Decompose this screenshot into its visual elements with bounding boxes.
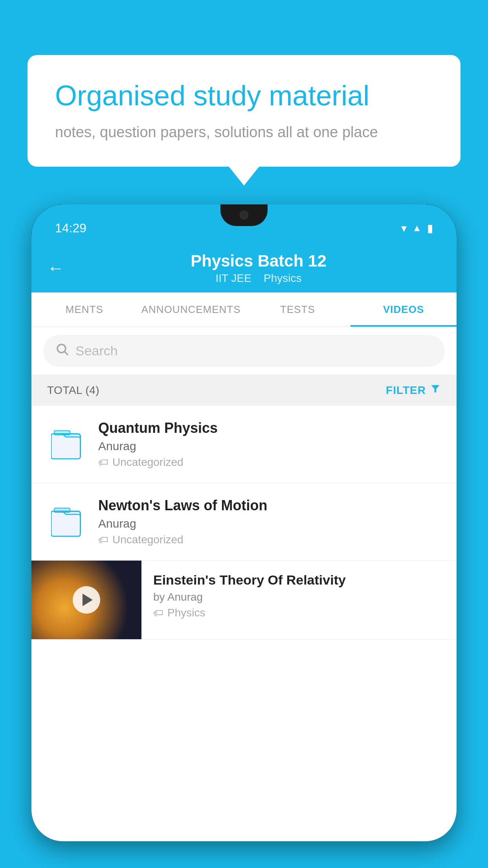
svg-rect-9 xyxy=(54,508,70,513)
header-subtitle: IIT JEE Physics xyxy=(76,272,441,285)
subtitle-tag2: Physics xyxy=(264,272,301,284)
status-icons xyxy=(401,222,433,235)
status-time: 14:29 xyxy=(55,221,86,235)
video-title: Newton's Laws of Motion xyxy=(98,497,441,514)
folder-icon xyxy=(51,427,83,462)
folder-icon-container xyxy=(47,423,86,466)
video-thumbnail xyxy=(31,561,141,639)
video-title: Quantum Physics xyxy=(98,420,441,436)
list-item[interactable]: Quantum Physics Anurag 🏷 Uncategorized xyxy=(31,406,457,483)
speech-bubble-subtext: notes, question papers, solutions all at… xyxy=(55,122,433,143)
search-icon xyxy=(55,342,69,360)
app-header: ← Physics Batch 12 IIT JEE Physics xyxy=(31,244,457,292)
tab-announcements[interactable]: ANNOUNCEMENTS xyxy=(138,292,245,327)
video-info: Einstein's Theory Of Relativity by Anura… xyxy=(141,561,457,631)
tag-icon: 🏷 xyxy=(98,456,108,469)
folder-icon xyxy=(51,504,83,539)
tag-label: Uncategorized xyxy=(112,456,183,469)
screen-content: ← Physics Batch 12 IIT JEE Physics MENTS… xyxy=(31,244,457,841)
video-title: Einstein's Theory Of Relativity xyxy=(153,572,445,588)
tag-icon: 🏷 xyxy=(98,534,108,546)
filter-icon xyxy=(430,383,441,397)
list-item[interactable]: Newton's Laws of Motion Anurag 🏷 Uncateg… xyxy=(31,483,457,561)
svg-point-0 xyxy=(57,344,66,353)
speech-bubble-heading: Organised study material xyxy=(55,79,433,112)
video-tag-row: 🏷 Uncategorized xyxy=(98,456,441,469)
video-list: Quantum Physics Anurag 🏷 Uncategorized xyxy=(31,406,457,640)
speech-bubble-container: Organised study material notes, question… xyxy=(28,55,460,167)
header-title: Physics Batch 12 xyxy=(76,252,441,270)
total-count-label: TOTAL (4) xyxy=(47,384,99,397)
list-item[interactable]: Einstein's Theory Of Relativity by Anura… xyxy=(31,561,457,640)
tabs-bar: MENTS ANNOUNCEMENTS TESTS VIDEOS xyxy=(31,292,457,327)
subtitle-tag1: IIT JEE xyxy=(216,272,251,284)
folder-icon-container xyxy=(47,500,86,543)
signal-icon xyxy=(412,223,422,234)
video-info: Quantum Physics Anurag 🏷 Uncategorized xyxy=(98,420,441,469)
search-input-wrap[interactable]: Search xyxy=(43,335,445,367)
tag-icon: 🏷 xyxy=(153,607,163,619)
header-title-group: Physics Batch 12 IIT JEE Physics xyxy=(76,252,441,285)
phone-frame: 14:29 ← Physics Batch 12 IIT JEE xyxy=(31,204,457,841)
filter-label: FILTER xyxy=(386,384,426,397)
play-icon xyxy=(83,594,93,606)
svg-rect-5 xyxy=(54,431,70,435)
video-author: Anurag xyxy=(98,517,441,530)
filter-bar: TOTAL (4) FILTER xyxy=(31,375,457,406)
back-button[interactable]: ← xyxy=(47,258,64,278)
svg-marker-2 xyxy=(431,385,440,393)
tag-label: Uncategorized xyxy=(112,533,183,546)
video-tag-row: 🏷 Physics xyxy=(153,607,445,619)
tab-videos[interactable]: VIDEOS xyxy=(350,292,457,327)
tab-tests[interactable]: TESTS xyxy=(245,292,351,327)
phone-wrapper: 14:29 ← Physics Batch 12 IIT JEE xyxy=(31,204,457,868)
battery-icon xyxy=(427,222,433,235)
filter-button[interactable]: FILTER xyxy=(386,383,441,397)
tag-label: Physics xyxy=(167,607,205,619)
video-author: Anurag xyxy=(98,440,441,453)
search-bar: Search xyxy=(31,327,457,375)
speech-bubble: Organised study material notes, question… xyxy=(28,55,460,167)
wifi-icon xyxy=(401,222,407,235)
play-button[interactable] xyxy=(73,586,100,614)
video-by-author: by Anurag xyxy=(153,591,445,603)
svg-line-1 xyxy=(65,352,68,355)
video-tag-row: 🏷 Uncategorized xyxy=(98,533,441,546)
search-placeholder: Search xyxy=(75,343,118,359)
notch xyxy=(220,204,268,226)
camera-icon xyxy=(240,211,248,219)
video-info: Newton's Laws of Motion Anurag 🏷 Uncateg… xyxy=(98,497,441,546)
status-bar: 14:29 xyxy=(31,204,457,244)
tab-ments[interactable]: MENTS xyxy=(31,292,138,327)
